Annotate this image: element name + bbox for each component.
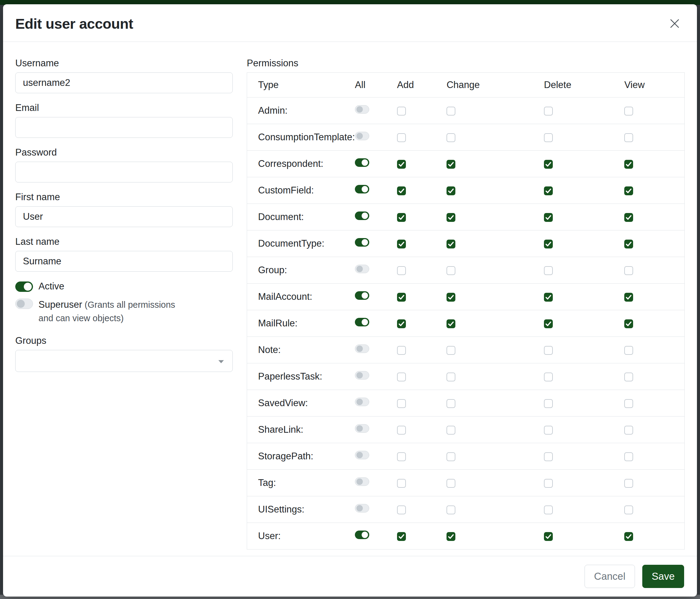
permission-change-checkbox[interactable]: [447, 266, 455, 275]
permission-all-toggle[interactable]: [355, 265, 369, 273]
save-button[interactable]: Save: [642, 565, 684, 588]
permission-view-checkbox[interactable]: [624, 266, 633, 275]
permission-add-checkbox[interactable]: [397, 426, 406, 435]
permission-view-checkbox[interactable]: [624, 213, 633, 222]
permission-all-toggle[interactable]: [355, 185, 369, 193]
permission-delete-checkbox[interactable]: [544, 293, 553, 302]
permission-delete-checkbox[interactable]: [544, 266, 553, 275]
check-icon: [398, 533, 405, 540]
permission-add-checkbox[interactable]: [397, 479, 406, 488]
permission-view-checkbox[interactable]: [624, 532, 633, 541]
permission-all-toggle[interactable]: [355, 132, 369, 140]
permission-change-checkbox[interactable]: [447, 532, 455, 541]
permission-view-checkbox[interactable]: [624, 373, 633, 381]
permission-add-checkbox[interactable]: [397, 213, 406, 222]
permission-add-checkbox[interactable]: [397, 293, 406, 302]
permission-change-checkbox[interactable]: [447, 373, 455, 381]
first-name-input[interactable]: [15, 206, 233, 227]
permission-change-checkbox[interactable]: [447, 133, 455, 142]
groups-select[interactable]: [15, 350, 233, 372]
permission-delete-checkbox[interactable]: [544, 373, 553, 381]
permission-delete-checkbox[interactable]: [544, 160, 553, 169]
permission-delete-checkbox[interactable]: [544, 319, 553, 328]
groups-label: Groups: [15, 335, 233, 346]
permission-add-checkbox[interactable]: [397, 160, 406, 169]
permission-add-checkbox[interactable]: [397, 452, 406, 461]
permission-all-toggle[interactable]: [355, 158, 369, 167]
permission-change-checkbox[interactable]: [447, 319, 455, 328]
permission-delete-checkbox[interactable]: [544, 532, 553, 541]
permission-change-checkbox[interactable]: [447, 186, 455, 195]
permission-change-checkbox[interactable]: [447, 160, 455, 169]
check-icon: [545, 533, 552, 540]
permission-view-checkbox[interactable]: [624, 426, 633, 435]
permission-delete-checkbox[interactable]: [544, 213, 553, 222]
close-button[interactable]: [666, 15, 683, 32]
permission-add-checkbox[interactable]: [397, 133, 406, 142]
permission-delete-checkbox[interactable]: [544, 346, 553, 355]
username-input[interactable]: [15, 72, 233, 93]
permission-change-checkbox[interactable]: [447, 293, 455, 302]
permission-view-checkbox[interactable]: [624, 319, 633, 328]
permission-view-checkbox[interactable]: [624, 346, 633, 355]
permission-add-checkbox[interactable]: [397, 346, 406, 355]
permission-add-checkbox[interactable]: [397, 399, 406, 408]
permission-change-checkbox[interactable]: [447, 399, 455, 408]
active-toggle[interactable]: [15, 282, 33, 292]
permission-add-checkbox[interactable]: [397, 186, 406, 195]
superuser-toggle[interactable]: [15, 298, 33, 309]
permission-change-checkbox[interactable]: [447, 107, 455, 116]
permission-delete-checkbox[interactable]: [544, 479, 553, 488]
permission-all-toggle[interactable]: [355, 344, 369, 353]
permission-delete-checkbox[interactable]: [544, 186, 553, 195]
permission-delete-checkbox[interactable]: [544, 133, 553, 142]
permission-all-toggle[interactable]: [355, 238, 369, 247]
permission-change-checkbox[interactable]: [447, 213, 455, 222]
permission-delete-checkbox[interactable]: [544, 505, 553, 514]
permission-change-checkbox[interactable]: [447, 479, 455, 488]
permission-delete-checkbox[interactable]: [544, 452, 553, 461]
permission-all-toggle[interactable]: [355, 451, 369, 459]
permission-all-toggle[interactable]: [355, 504, 369, 512]
password-input[interactable]: [15, 162, 233, 183]
permission-add-checkbox[interactable]: [397, 240, 406, 248]
permission-change-checkbox[interactable]: [447, 505, 455, 514]
permission-delete-checkbox[interactable]: [544, 399, 553, 408]
permission-view-checkbox[interactable]: [624, 133, 633, 142]
permission-all-toggle[interactable]: [355, 530, 369, 539]
permission-all-toggle[interactable]: [355, 398, 369, 406]
permission-all-toggle[interactable]: [355, 477, 369, 486]
permission-add-checkbox[interactable]: [397, 107, 406, 116]
toggle-knob: [17, 300, 25, 308]
permission-change-checkbox[interactable]: [447, 426, 455, 435]
permission-add-checkbox[interactable]: [397, 266, 406, 275]
permission-change-checkbox[interactable]: [447, 346, 455, 355]
permission-view-checkbox[interactable]: [624, 240, 633, 248]
permission-view-checkbox[interactable]: [624, 160, 633, 169]
permission-add-checkbox[interactable]: [397, 505, 406, 514]
permission-add-checkbox[interactable]: [397, 373, 406, 381]
permission-all-toggle[interactable]: [355, 371, 369, 380]
permission-view-checkbox[interactable]: [624, 479, 633, 488]
permission-view-checkbox[interactable]: [624, 293, 633, 302]
permission-all-toggle[interactable]: [355, 318, 369, 327]
cancel-button[interactable]: Cancel: [584, 565, 635, 588]
permission-change-checkbox[interactable]: [447, 452, 455, 461]
permission-add-checkbox[interactable]: [397, 532, 406, 541]
email-input[interactable]: [15, 117, 233, 138]
last-name-input[interactable]: [15, 251, 233, 272]
permission-change-checkbox[interactable]: [447, 240, 455, 248]
permission-view-checkbox[interactable]: [624, 107, 633, 116]
permission-all-toggle[interactable]: [355, 212, 369, 220]
permission-add-checkbox[interactable]: [397, 319, 406, 328]
permission-delete-checkbox[interactable]: [544, 240, 553, 248]
permission-delete-checkbox[interactable]: [544, 107, 553, 116]
permission-view-checkbox[interactable]: [624, 505, 633, 514]
permission-view-checkbox[interactable]: [624, 399, 633, 408]
permission-view-checkbox[interactable]: [624, 452, 633, 461]
permission-all-toggle[interactable]: [355, 424, 369, 433]
permission-all-toggle[interactable]: [355, 291, 369, 300]
permission-all-toggle[interactable]: [355, 105, 369, 114]
permission-view-checkbox[interactable]: [624, 186, 633, 195]
permission-delete-checkbox[interactable]: [544, 426, 553, 435]
